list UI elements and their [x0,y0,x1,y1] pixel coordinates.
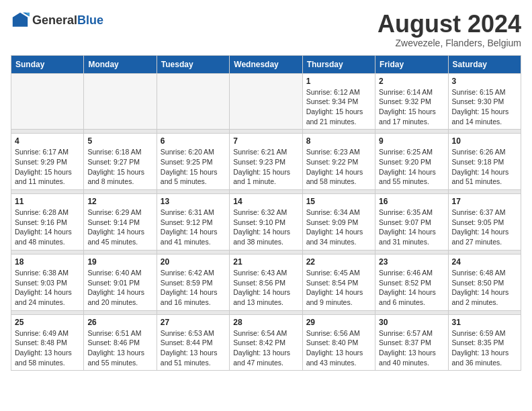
table-cell: 29Sunrise: 6:56 AMSunset: 8:40 PMDayligh… [302,314,375,371]
logo: GeneralBlue [11,11,103,30]
table-cell [84,73,157,130]
table-cell: 27Sunrise: 6:53 AMSunset: 8:44 PMDayligh… [157,314,229,371]
cell-date: 19 [87,257,152,267]
cell-date: 23 [379,257,444,267]
cell-date: 17 [452,197,517,206]
table-cell: 5Sunrise: 6:18 AMSunset: 9:27 PMDaylight… [84,134,157,190]
table-cell: 11Sunrise: 6:28 AMSunset: 9:16 PMDayligh… [11,194,84,250]
table-cell: 31Sunrise: 6:59 AMSunset: 8:35 PMDayligh… [448,314,521,371]
table-cell: 8Sunrise: 6:23 AMSunset: 9:22 PMDaylight… [302,134,375,190]
col-tuesday: Tuesday [157,55,229,73]
cell-info: Sunrise: 6:14 AMSunset: 9:32 PMDaylight:… [379,87,444,127]
cell-date: 25 [15,318,80,327]
table-cell: 14Sunrise: 6:32 AMSunset: 9:10 PMDayligh… [230,194,302,250]
cell-info: Sunrise: 6:53 AMSunset: 8:44 PMDaylight:… [161,328,226,368]
cell-date: 27 [161,318,226,327]
table-cell: 22Sunrise: 6:45 AMSunset: 8:54 PMDayligh… [302,254,375,310]
table-cell: 23Sunrise: 6:46 AMSunset: 8:52 PMDayligh… [375,254,448,310]
table-cell: 30Sunrise: 6:57 AMSunset: 8:37 PMDayligh… [375,314,448,371]
table-cell: 10Sunrise: 6:26 AMSunset: 9:18 PMDayligh… [448,134,521,190]
cell-info: Sunrise: 6:43 AMSunset: 8:56 PMDaylight:… [233,268,298,308]
cell-info: Sunrise: 6:45 AMSunset: 8:54 PMDaylight:… [306,268,371,308]
cell-date: 13 [161,197,226,206]
table-cell: 18Sunrise: 6:38 AMSunset: 9:03 PMDayligh… [11,254,84,310]
logo-icon [11,11,30,30]
cell-date: 14 [233,197,298,206]
table-cell: 16Sunrise: 6:35 AMSunset: 9:07 PMDayligh… [375,194,448,250]
page-header: GeneralBlue August 2024 Zwevezele, Fland… [11,11,521,48]
table-cell: 9Sunrise: 6:25 AMSunset: 9:20 PMDaylight… [375,134,448,190]
cell-date: 28 [233,318,298,327]
cell-info: Sunrise: 6:12 AMSunset: 9:34 PMDaylight:… [306,87,371,127]
logo-text-general: General [32,13,77,27]
calendar: Sunday Monday Tuesday Wednesday Thursday… [11,55,521,371]
cell-date: 7 [233,136,298,146]
cell-info: Sunrise: 6:37 AMSunset: 9:05 PMDaylight:… [452,208,517,247]
table-cell: 17Sunrise: 6:37 AMSunset: 9:05 PMDayligh… [448,194,521,250]
cell-info: Sunrise: 6:51 AMSunset: 8:46 PMDaylight:… [87,328,152,368]
table-cell: 15Sunrise: 6:34 AMSunset: 9:09 PMDayligh… [302,194,375,250]
cell-info: Sunrise: 6:15 AMSunset: 9:30 PMDaylight:… [452,87,517,127]
cell-date: 12 [87,197,152,206]
cell-info: Sunrise: 6:56 AMSunset: 8:40 PMDaylight:… [306,328,371,368]
table-cell: 28Sunrise: 6:54 AMSunset: 8:42 PMDayligh… [230,314,302,371]
cell-date: 1 [306,77,371,86]
cell-info: Sunrise: 6:49 AMSunset: 8:48 PMDaylight:… [15,328,80,368]
col-wednesday: Wednesday [230,55,302,73]
logo-text-blue: Blue [77,13,103,27]
cell-date: 31 [452,318,517,327]
table-cell: 6Sunrise: 6:20 AMSunset: 9:25 PMDaylight… [157,134,229,190]
cell-info: Sunrise: 6:26 AMSunset: 9:18 PMDaylight:… [452,147,517,187]
table-cell: 19Sunrise: 6:40 AMSunset: 9:01 PMDayligh… [84,254,157,310]
cell-date: 22 [306,257,371,267]
cell-date: 9 [379,136,444,146]
cell-info: Sunrise: 6:28 AMSunset: 9:16 PMDaylight:… [15,208,80,247]
table-cell [157,73,229,130]
table-cell: 12Sunrise: 6:29 AMSunset: 9:14 PMDayligh… [84,194,157,250]
cell-info: Sunrise: 6:40 AMSunset: 9:01 PMDaylight:… [87,268,152,308]
cell-info: Sunrise: 6:38 AMSunset: 9:03 PMDaylight:… [15,268,80,308]
table-cell: 13Sunrise: 6:31 AMSunset: 9:12 PMDayligh… [157,194,229,250]
cell-date: 6 [161,136,226,146]
col-sunday: Sunday [11,55,84,73]
table-cell: 1Sunrise: 6:12 AMSunset: 9:34 PMDaylight… [302,73,375,130]
cell-date: 3 [452,77,517,86]
cell-date: 5 [87,136,152,146]
cell-info: Sunrise: 6:29 AMSunset: 9:14 PMDaylight:… [87,208,152,247]
cell-info: Sunrise: 6:35 AMSunset: 9:07 PMDaylight:… [379,208,444,247]
cell-date: 11 [15,197,80,206]
week-row-5: 25Sunrise: 6:49 AMSunset: 8:48 PMDayligh… [11,314,521,371]
title-block: August 2024 Zwevezele, Flanders, Belgium [378,11,521,48]
table-cell: 24Sunrise: 6:48 AMSunset: 8:50 PMDayligh… [448,254,521,310]
cell-date: 18 [15,257,80,267]
main-title: August 2024 [378,11,521,38]
cell-date: 24 [452,257,517,267]
table-cell: 20Sunrise: 6:42 AMSunset: 8:59 PMDayligh… [157,254,229,310]
subtitle: Zwevezele, Flanders, Belgium [378,38,521,48]
week-row-2: 4Sunrise: 6:17 AMSunset: 9:29 PMDaylight… [11,134,521,190]
col-saturday: Saturday [448,55,521,73]
table-cell: 3Sunrise: 6:15 AMSunset: 9:30 PMDaylight… [448,73,521,130]
cell-date: 30 [379,318,444,327]
cell-date: 21 [233,257,298,267]
col-thursday: Thursday [302,55,375,73]
table-cell: 21Sunrise: 6:43 AMSunset: 8:56 PMDayligh… [230,254,302,310]
cell-info: Sunrise: 6:54 AMSunset: 8:42 PMDaylight:… [233,328,298,368]
cell-info: Sunrise: 6:48 AMSunset: 8:50 PMDaylight:… [452,268,517,308]
table-cell: 4Sunrise: 6:17 AMSunset: 9:29 PMDaylight… [11,134,84,190]
week-row-1: 1Sunrise: 6:12 AMSunset: 9:34 PMDaylight… [11,73,521,130]
table-cell: 7Sunrise: 6:21 AMSunset: 9:23 PMDaylight… [230,134,302,190]
week-row-3: 11Sunrise: 6:28 AMSunset: 9:16 PMDayligh… [11,194,521,250]
table-cell: 26Sunrise: 6:51 AMSunset: 8:46 PMDayligh… [84,314,157,371]
cell-date: 20 [161,257,226,267]
cell-info: Sunrise: 6:25 AMSunset: 9:20 PMDaylight:… [379,147,444,187]
col-friday: Friday [375,55,448,73]
table-cell [11,73,84,130]
cell-date: 29 [306,318,371,327]
calendar-header-row: Sunday Monday Tuesday Wednesday Thursday… [11,55,521,73]
cell-info: Sunrise: 6:20 AMSunset: 9:25 PMDaylight:… [161,147,226,187]
table-cell [230,73,302,130]
cell-info: Sunrise: 6:42 AMSunset: 8:59 PMDaylight:… [161,268,226,308]
cell-info: Sunrise: 6:31 AMSunset: 9:12 PMDaylight:… [161,208,226,247]
table-cell: 25Sunrise: 6:49 AMSunset: 8:48 PMDayligh… [11,314,84,371]
